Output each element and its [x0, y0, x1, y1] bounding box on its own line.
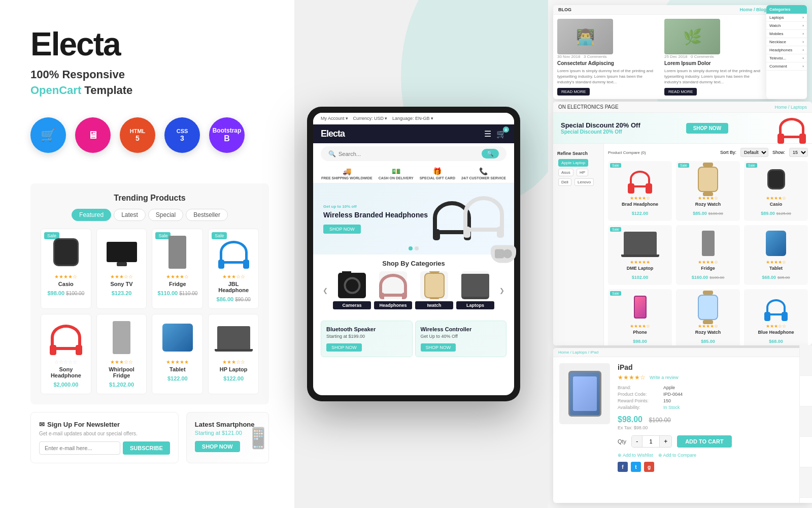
tablet-topbar: My Account ▾ Currency: USD ▾ Language: E… — [313, 113, 514, 124]
categories-prev-button[interactable]: ❮ — [321, 286, 330, 295]
filter-dell[interactable]: Dell — [558, 178, 571, 186]
product-card-casio[interactable]: Sale Casio $98.00$100.00 — [41, 229, 91, 309]
hamburger-menu-icon[interactable]: ☰ — [484, 129, 491, 139]
category-cameras[interactable]: Cameras — [333, 271, 371, 309]
read-more-btn-2[interactable]: READ MORE — [664, 88, 697, 96]
promo-controller-button[interactable]: SHOP NOW — [421, 343, 456, 352]
filter-hp[interactable]: HP — [577, 169, 588, 176]
cat-sidebar-televisions[interactable]: Televisi... › — [766, 54, 807, 62]
email-input[interactable] — [39, 441, 120, 455]
name-phone: Phone — [612, 330, 668, 335]
read-more-btn-1[interactable]: READ MORE — [557, 88, 590, 96]
listing-product-blue-headphone[interactable]: Blue Headphone $68.00 — [744, 289, 808, 345]
listing-product-tablet-l[interactable]: Tablet $68.00$85.00 — [744, 225, 808, 285]
categories-next-button[interactable]: ❯ — [497, 286, 506, 295]
name-rozy: Rozy Watch — [680, 202, 736, 207]
img-casio-l — [748, 165, 804, 193]
product-card-tablet[interactable]: Tablet $122.00 — [152, 314, 203, 394]
tab-featured[interactable]: Featured — [72, 209, 111, 221]
google-share-button[interactable]: g — [644, 462, 654, 472]
listing-breadcrumb: Home / Laptops — [774, 105, 807, 110]
price-casio-l: $89.00$125.00 — [748, 208, 804, 217]
img-blue-hp — [748, 293, 804, 321]
category-iwatch[interactable]: Iwatch — [415, 271, 453, 309]
tablet-frame: My Account ▾ Currency: USD ▾ Language: E… — [307, 107, 520, 401]
listing-product-fridge-l[interactable]: Fridge $160.00$100.00 — [676, 225, 740, 285]
qty-input[interactable] — [642, 436, 660, 447]
cat-sidebar-watch[interactable]: Watch › — [766, 22, 807, 30]
product-card-sony-tv[interactable]: Sony TV $123.20 — [96, 229, 147, 309]
listing-page-title: ON ELECTRONICS PAGE — [558, 104, 619, 110]
product-card-fridge[interactable]: Sale Fridge $110.00$110.00 — [152, 229, 203, 309]
language-selector[interactable]: Language: EN-GB ▾ — [392, 116, 433, 121]
sort-by-select[interactable]: Default Price Name — [740, 148, 768, 157]
listing-product-phone[interactable]: Sale Phone $98.00 — [608, 289, 672, 345]
mobile-phone-strip — [799, 345, 812, 503]
tab-latest[interactable]: Latest — [114, 209, 146, 221]
feature-gift: 🎁 SPECIAL GIFT CARD — [420, 167, 455, 180]
hero-shop-now-button[interactable]: SHOP NOW — [323, 225, 361, 234]
cat-sidebar-comment[interactable]: Comment › — [766, 62, 807, 71]
qty-increase-button[interactable]: + — [660, 436, 671, 447]
product-img-sony-hp — [46, 320, 86, 355]
stars-phone — [612, 324, 668, 329]
add-to-compare-link[interactable]: ⊕ Add to Compare — [658, 453, 697, 458]
smartphone-promo-card: Latest Smartphone Starting at $121.00 SH… — [186, 412, 269, 463]
tab-special[interactable]: Special — [148, 209, 183, 221]
product-card-whirlpool[interactable]: Whirlpool Fridge $1,202.00 — [96, 314, 147, 394]
trending-tabs[interactable]: Featured Latest Special Bestseller — [41, 209, 259, 221]
filter-apple-laptop[interactable]: Apple Laptop — [558, 159, 588, 167]
promo-speaker-button[interactable]: SHOP NOW — [326, 343, 362, 352]
facebook-share-button[interactable]: f — [618, 462, 628, 472]
listing-product-rozy-watch[interactable]: Sale Rozy Watch $85.00$100.00 — [676, 161, 740, 221]
show-select[interactable]: 15 25 — [789, 148, 808, 157]
qty-decrease-button[interactable]: - — [632, 436, 642, 447]
dot-active[interactable] — [409, 246, 413, 250]
search-input[interactable] — [339, 151, 479, 157]
cat-sidebar-headphones[interactable]: Headphones › — [766, 46, 807, 54]
smartphone-shop-now-button[interactable]: SHOP NOW — [195, 441, 240, 452]
product-card-jbl[interactable]: Sale JBL Headphone $86.00$90.00 — [208, 229, 259, 309]
tab-bestseller[interactable]: Bestseller — [186, 209, 228, 221]
newsletter-form[interactable]: SUBSCRIBE — [39, 441, 170, 455]
brand-value: Apple — [663, 385, 675, 390]
blog-post-2-title: Lorem Ipsum Dolor — [664, 60, 767, 66]
price-tablet-l: $68.00$85.00 — [748, 272, 804, 281]
product-card-hp-laptop[interactable]: HP Laptop $122.00 — [208, 314, 259, 394]
listing-product-casio[interactable]: Sale Casio $89.00$125.00 — [744, 161, 808, 221]
subscribe-button[interactable]: SUBSCRIBE — [123, 441, 170, 455]
add-to-cart-button[interactable]: ADD TO CART — [677, 435, 732, 448]
write-review-link[interactable]: Write a review — [650, 375, 679, 380]
dot-inactive[interactable] — [415, 246, 419, 250]
add-to-wishlist-link[interactable]: ⊕ Add to Wishlist — [618, 453, 653, 458]
product-card-sony-hp[interactable]: Sony Headphone $2,000.00 — [41, 314, 91, 394]
promo-bluetooth-speaker: Bluetooth Speaker Starting at $199.00 SH… — [321, 321, 413, 357]
quantity-control[interactable]: - + — [631, 435, 672, 448]
tablet-search-bar[interactable]: 🔍 🔍 — [321, 146, 506, 161]
cat-sidebar-necklace[interactable]: Necklace › — [766, 38, 807, 46]
my-account-link[interactable]: My Account ▾ — [321, 116, 348, 121]
stars-sony-hp — [46, 359, 86, 365]
brand-title: Electa — [30, 25, 269, 63]
twitter-share-button[interactable]: t — [631, 462, 641, 472]
listing-shop-now-button[interactable]: SHOP NOW — [686, 123, 728, 134]
search-submit-button[interactable]: 🔍 — [482, 149, 499, 158]
currency-selector[interactable]: Currency: USD ▾ — [353, 116, 388, 121]
price-fridge: $110.00$110.00 — [157, 288, 197, 297]
listing-product-dme-laptop[interactable]: Sale DME Laptop $102.00 — [608, 225, 672, 285]
sort-by-label: Sort By: — [720, 150, 736, 155]
cart-header-icon[interactable]: 🛒0 — [496, 129, 506, 139]
availability-label: Availability: — [618, 405, 663, 410]
code-value: IPD-0044 — [663, 392, 683, 397]
category-headphones[interactable]: Headphones — [374, 271, 412, 309]
listing-product-rozy-watch-2[interactable]: Rozy Watch $85.00 — [676, 289, 740, 345]
category-laptops[interactable]: Laptops — [456, 271, 494, 309]
listing-product-brad-headphone[interactable]: Sale Brad Headphone $122.00 — [608, 161, 672, 221]
detail-info-table: Brand: Apple Product Code: IPD-0044 Rewa… — [618, 385, 806, 410]
css3-tech-icon: CSS 3 — [164, 117, 200, 153]
filter-lenovo[interactable]: Lenovo — [574, 178, 594, 186]
cat-sidebar-laptops[interactable]: Laptops › — [766, 14, 807, 22]
cat-sidebar-mobiles[interactable]: Mobiles › — [766, 30, 807, 38]
mobile-strip-item-5 — [800, 467, 812, 498]
filter-asus[interactable]: Asus — [558, 169, 573, 176]
